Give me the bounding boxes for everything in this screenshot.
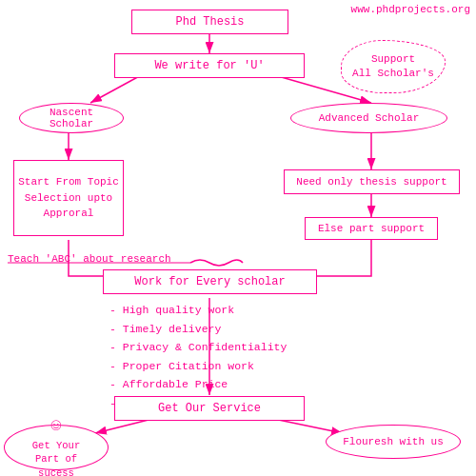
we-write-box: We write for 'U' <box>114 53 305 78</box>
support-cloud: SupportAll Scholar's <box>341 40 446 93</box>
smiley-icon: ☺ <box>51 414 62 438</box>
website-url: www.phdprojects.org <box>351 4 470 15</box>
bullet-price: Affordable Price <box>109 375 287 394</box>
flourish-oval: Flouresh with us <box>326 425 461 459</box>
support-cloud-text: SupportAll Scholar's <box>352 52 434 82</box>
bullet-delivery: Timely delivery <box>109 320 287 339</box>
get-part-oval: ☺ Get YourPart of sucess <box>4 425 109 470</box>
teach-label: Teach 'ABC' about research <box>8 253 171 265</box>
work-for-box: Work for Every scholar <box>103 269 317 294</box>
bullet-privacy: Privacy & Confidentiality <box>109 338 287 357</box>
nascent-scholar-oval: Nascent Scholar <box>19 103 124 133</box>
topic-selection-text: Start From TopicSelection uptoApproral <box>18 174 119 222</box>
topic-selection-box: Start From TopicSelection uptoApproral <box>13 160 124 236</box>
svg-line-2 <box>90 74 143 103</box>
get-part-text: Get YourPart of sucess <box>14 439 98 476</box>
phd-thesis-box: Phd Thesis <box>131 10 288 34</box>
get-service-box: Get Our Service <box>114 396 305 421</box>
bullet-citation: Proper Citation work <box>109 357 287 376</box>
advanced-scholar-oval: Advanced Scholar <box>290 103 447 133</box>
bullet-quality: High quality work <box>109 301 287 320</box>
else-support-box: Else part support <box>305 217 438 240</box>
need-support-box: Need only thesis support <box>284 169 460 194</box>
